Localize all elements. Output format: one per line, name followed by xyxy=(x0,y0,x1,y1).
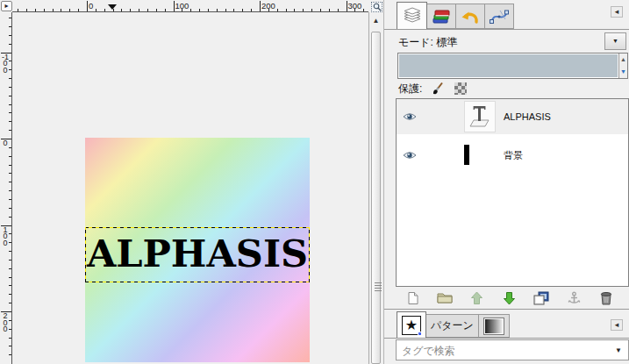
delete-layer-button[interactable] xyxy=(596,289,617,307)
visibility-eye-icon[interactable] xyxy=(397,151,423,160)
brushes-dock-menu-button[interactable]: ◂ xyxy=(611,319,623,331)
lower-layer-icon xyxy=(503,291,516,305)
layer-action-bar xyxy=(384,287,629,310)
text-layer-icon xyxy=(467,103,493,130)
layer-mode-dropdown-button[interactable]: ▼ xyxy=(604,32,626,50)
raise-layer-icon xyxy=(470,291,483,305)
layer-row-background[interactable]: 背景 xyxy=(397,134,628,176)
tab-channels[interactable] xyxy=(427,4,456,29)
visibility-eye-icon[interactable] xyxy=(397,112,423,121)
vertical-scrollbar[interactable]: ▲ xyxy=(368,12,382,364)
new-group-icon xyxy=(437,291,453,304)
ruler-tick xyxy=(174,1,175,12)
undo-history-icon xyxy=(460,8,481,25)
anchor-layer-icon xyxy=(568,291,581,305)
tag-search-placeholder: タグで検索 xyxy=(402,344,455,359)
magnifier-icon xyxy=(373,3,382,11)
tab-gradients[interactable] xyxy=(479,314,510,338)
layer-name: 背景 xyxy=(504,149,523,162)
ruler-label: 200 xyxy=(2,313,9,333)
scrollbar-thumb[interactable] xyxy=(371,32,381,364)
tab-paths[interactable] xyxy=(485,4,514,29)
lock-row: 保護: xyxy=(398,81,467,96)
spin-down-icon[interactable]: ▼ xyxy=(619,66,627,78)
layer-mode-label: モード: 標準 xyxy=(398,35,457,50)
layer-list: ALPHASIS 背景 xyxy=(396,98,629,287)
vertical-ruler[interactable]: -1000100200 xyxy=(0,12,12,364)
lower-layer-button[interactable] xyxy=(498,289,519,307)
tag-search-combo[interactable]: タグで検索 ▼ xyxy=(396,339,629,360)
right-dock: ◂ モード: 標準 ▼ ▲ ▼ 保護: xyxy=(383,0,629,364)
canvas-image: ALPHASIS xyxy=(85,138,310,362)
delete-layer-icon xyxy=(600,291,612,305)
ruler-label: 0 xyxy=(2,140,9,147)
new-layer-icon xyxy=(406,291,419,305)
new-group-button[interactable] xyxy=(434,289,455,307)
opacity-slider[interactable]: ▲ ▼ xyxy=(397,53,628,79)
ruler-tick xyxy=(87,1,88,12)
raise-layer-button[interactable] xyxy=(467,289,488,307)
channels-icon xyxy=(431,8,452,25)
layers-dock-tabbar xyxy=(397,2,514,29)
layer-name: ALPHASIS xyxy=(504,111,551,122)
brush-star-icon: ★ xyxy=(402,316,421,335)
gimp-window: ▸ 0100200300 -1000100200 ALPHASIS ▲ xyxy=(0,0,629,364)
zoom-fit-toggle-button[interactable] xyxy=(371,2,382,12)
tab-patterns[interactable]: パターン xyxy=(426,314,479,338)
eye-icon xyxy=(403,151,417,160)
ruler-tick xyxy=(347,1,347,12)
layer-mode-combo[interactable]: モード: 標準 ▼ xyxy=(384,32,629,51)
scrollbar-grip xyxy=(375,282,382,291)
checkerboard-icon[interactable] xyxy=(454,82,467,95)
ruler-origin-button[interactable]: ▸ xyxy=(1,1,12,11)
eye-icon xyxy=(403,112,417,121)
horizontal-ruler[interactable]: 0100200300 xyxy=(12,0,368,12)
spin-up-icon[interactable]: ▲ xyxy=(619,54,627,66)
ruler-label: 0 xyxy=(89,1,93,11)
canvas-viewport[interactable]: ALPHASIS xyxy=(12,12,368,364)
tab-brushes[interactable]: ★ xyxy=(397,311,426,338)
opacity-spinner: ▲ ▼ xyxy=(618,54,627,78)
ruler-tick xyxy=(260,1,261,12)
tab-undo-history[interactable] xyxy=(456,4,485,29)
tab-layers[interactable] xyxy=(397,2,427,29)
patterns-tab-label: パターン xyxy=(431,318,474,333)
opacity-slider-fill xyxy=(399,54,618,77)
gradient-swatch-icon xyxy=(483,318,504,335)
anchor-layer-button[interactable] xyxy=(563,289,584,307)
layer-thumbnail-text[interactable] xyxy=(464,101,496,132)
paths-icon xyxy=(489,8,510,25)
layer-thumbnail-gradient[interactable] xyxy=(464,147,469,163)
layer-row-alphasis[interactable]: ALPHASIS xyxy=(397,99,628,134)
brushes-dock-tabbar: ★ パターン xyxy=(397,311,510,338)
duplicate-layer-button[interactable] xyxy=(531,289,552,307)
tabbar-separator xyxy=(384,29,629,30)
paintbrush-icon[interactable] xyxy=(431,82,446,96)
dock-menu-button[interactable]: ◂ xyxy=(611,6,623,18)
new-layer-button[interactable] xyxy=(402,289,423,307)
ruler-label: -100 xyxy=(2,54,9,75)
selection-marching-ants xyxy=(85,227,310,282)
lock-label: 保護: xyxy=(398,82,422,96)
brushes-tabbar-separator xyxy=(384,338,629,339)
ruler-label: 100 xyxy=(2,227,9,247)
scrollbar-up-arrow[interactable]: ▲ xyxy=(370,14,382,27)
search-dropdown-arrow-icon: ▼ xyxy=(615,346,622,354)
layers-icon xyxy=(401,7,424,25)
duplicate-layer-icon xyxy=(533,291,549,305)
